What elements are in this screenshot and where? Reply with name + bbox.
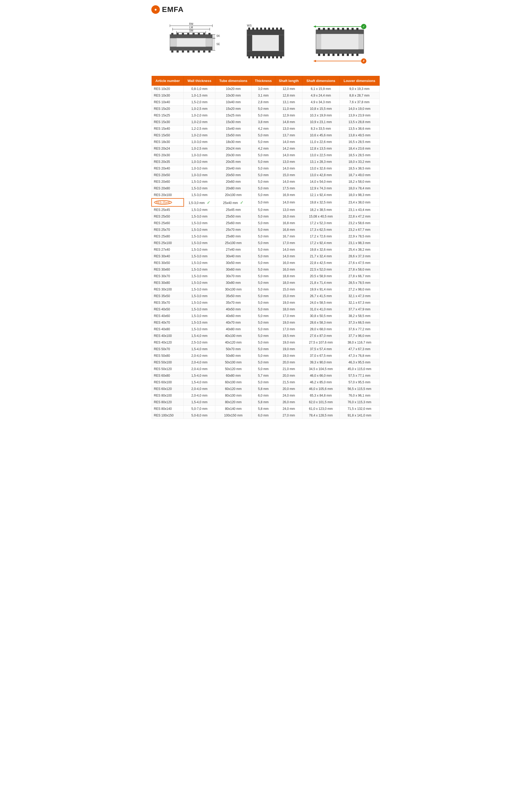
table-cell: 9,0 x 19,3 mm bbox=[339, 86, 379, 92]
table-cell: 5,0-8,0 mm bbox=[184, 412, 215, 419]
svg-rect-22 bbox=[203, 33, 205, 35]
table-cell: 1,0-2,5 mm bbox=[184, 145, 215, 152]
svg-rect-73 bbox=[316, 49, 364, 54]
table-header: Article number Wall thickness Tube dimen… bbox=[152, 76, 380, 86]
col-tube-dimensions: Tube dimensions bbox=[215, 76, 251, 86]
table-cell: 47,7 x 67,3 mm bbox=[339, 346, 379, 352]
svg-rect-25 bbox=[177, 50, 179, 53]
table-cell: 1,0-2,0 mm bbox=[184, 112, 215, 119]
table-cell: 18,5 x 38,5 mm bbox=[339, 165, 379, 172]
table-cell: 5,0 mm bbox=[251, 379, 275, 386]
svg-rect-57 bbox=[248, 56, 250, 58]
table-row: RES 25x451,5-3,0 mm25x45 mm5,0 mm13,0 mm… bbox=[152, 206, 380, 213]
table-cell: 61,0 x 123,0 mm bbox=[303, 406, 339, 412]
table-cell: 26,7 x 41,5 mm bbox=[303, 293, 339, 300]
table-cell: 15x50 mm bbox=[215, 132, 251, 139]
table-cell: 10x40 mm bbox=[215, 99, 251, 105]
table-cell: 32,1 x 47,3 mm bbox=[339, 293, 379, 300]
table-cell: 37,7 x 47,9 mm bbox=[339, 306, 379, 313]
table-cell: 1,5-3,0 mm ✓ bbox=[184, 199, 215, 206]
table-cell: 21,0 mm bbox=[275, 366, 303, 373]
table-cell: 13,1 x 28,3 mm bbox=[303, 159, 339, 165]
table-cell: 1,5-3,0 mm bbox=[184, 300, 215, 306]
svg-rect-46 bbox=[279, 35, 284, 51]
svg-rect-20 bbox=[193, 33, 195, 35]
table-cell: 18,7 x 49,0 mm bbox=[339, 172, 379, 178]
table-cell: 1,5-3,0 mm bbox=[184, 253, 215, 260]
svg-rect-54 bbox=[272, 28, 274, 30]
logo-icon: ● bbox=[151, 5, 160, 14]
table-cell: 22,5 x 52,0 mm bbox=[303, 266, 339, 273]
table-cell: 1,5-3,0 mm bbox=[184, 220, 215, 227]
svg-rect-45 bbox=[247, 35, 252, 51]
table-cell: 5,0 mm bbox=[251, 359, 275, 366]
table-cell: 14,0 mm bbox=[275, 199, 303, 206]
table-cell: 5,0 mm bbox=[251, 233, 275, 240]
svg-text:LM: LM bbox=[189, 26, 193, 29]
svg-rect-76 bbox=[323, 28, 325, 30]
table-cell: 14,0 x 19,0 mm bbox=[339, 105, 379, 112]
table-row: RES 20x1001,5-3,0 mm20x100 mm5,0 mm16,9 … bbox=[152, 192, 380, 199]
table-cell: 27,8 x 58,0 mm bbox=[339, 266, 379, 273]
table-cell: 50x120 mm bbox=[215, 366, 251, 373]
table-cell: 60x100 mm bbox=[215, 379, 251, 386]
table-cell: 19,5 mm bbox=[275, 333, 303, 339]
svg-marker-95 bbox=[313, 60, 316, 62]
svg-rect-86 bbox=[327, 54, 330, 56]
table-cell: 37,7 x 96,0 mm bbox=[339, 333, 379, 339]
table-cell: 18,0 x 98,3 mm bbox=[339, 192, 379, 199]
table-cell: 20x100 mm bbox=[215, 192, 251, 199]
table-cell: 18,2 x 58,0 mm bbox=[339, 178, 379, 185]
table-cell: 37,6 x 77,2 mm bbox=[339, 326, 379, 333]
table-cell: 8,3 x 33,5 mm bbox=[303, 126, 339, 132]
header: ● EMFA bbox=[151, 5, 380, 14]
table-cell: 2,0-4,0 mm bbox=[184, 352, 215, 359]
table-row: RES 20x501,0-3,0 mm20x50 mm5,0 mm15,0 mm… bbox=[152, 172, 380, 178]
table-cell: 1,0-3,0 mm bbox=[184, 172, 215, 178]
table-cell: 1,0-3,0 mm bbox=[184, 152, 215, 159]
svg-text:✗: ✗ bbox=[362, 59, 365, 63]
table-cell: 19,0 mm bbox=[275, 352, 303, 359]
table-row: RES 50x802,0-4,0 mm50x80 mm5,0 mm19,0 mm… bbox=[152, 352, 380, 359]
table-row: RES 20x301,0-3,0 mm20x30 mm5,0 mm14,0 mm… bbox=[152, 152, 380, 159]
header-row: Article number Wall thickness Tube dimen… bbox=[152, 76, 380, 86]
table-cell: RES 20x35 bbox=[152, 159, 184, 165]
table-cell: 34,5 x 104,5 mm bbox=[303, 366, 339, 373]
diagram-cross-section: WS bbox=[242, 22, 289, 65]
table-cell: 1,5-3,0 mm bbox=[184, 273, 215, 280]
table-cell: 17,2 x 72,6 mm bbox=[303, 233, 339, 240]
table-cell: 28,6 x 58,3 mm bbox=[303, 319, 339, 326]
table-cell: 4,2 mm bbox=[251, 126, 275, 132]
table-cell: 18x30 mm bbox=[215, 139, 251, 145]
table-cell: 17,0 mm bbox=[275, 313, 303, 319]
table-cell: 40x60 mm bbox=[215, 313, 251, 319]
table-cell: 5,0 mm bbox=[251, 139, 275, 145]
table-cell: 27,6 x 47,5 mm bbox=[339, 260, 379, 266]
table-cell: 15,08 x 40,5 mm bbox=[303, 213, 339, 220]
table-row: RES 40x1001,5-4,0 mm40x100 mm5,0 mm19,5 … bbox=[152, 333, 380, 339]
table-cell: 80x100 mm bbox=[215, 392, 251, 399]
col-article-number: Article number bbox=[152, 76, 184, 86]
table-row: RES 10x301,0-1,5 mm10x30 mm3,1 mm12,8 mm… bbox=[152, 92, 380, 99]
svg-rect-85 bbox=[323, 54, 325, 56]
table-cell: 19,8 x 32,5 mm bbox=[303, 199, 339, 206]
table-cell: 10,8 x 15,5 mm bbox=[303, 105, 339, 112]
table-cell: 30x40 mm bbox=[215, 253, 251, 260]
table-cell: 20x80 mm bbox=[215, 185, 251, 192]
svg-rect-60 bbox=[260, 56, 262, 58]
table-cell: 19,0 mm bbox=[275, 346, 303, 352]
table-cell: 3,1 mm bbox=[251, 92, 275, 99]
table-cell: 17,2 x 92,4 mm bbox=[303, 240, 339, 246]
table-cell: 25x70 mm bbox=[215, 227, 251, 233]
table-cell: 23,1 x 98,3 mm bbox=[339, 240, 379, 246]
table-cell: 5,0 mm bbox=[251, 178, 275, 185]
svg-rect-74 bbox=[321, 34, 359, 49]
svg-rect-18 bbox=[182, 33, 184, 35]
table-cell: 20,0 mm bbox=[275, 373, 303, 379]
table-cell: 14,0 mm bbox=[275, 253, 303, 260]
cross-section-svg: WS bbox=[242, 22, 289, 64]
table-cell: 1,5-3,0 mm bbox=[184, 306, 215, 313]
table-row: RES 15x501,0-2,0 mm15x50 mm5,0 mm13,7 mm… bbox=[152, 132, 380, 139]
table-cell: 23,1 x 43,4 mm bbox=[339, 206, 379, 213]
table-cell: 80x140 mm bbox=[215, 406, 251, 412]
